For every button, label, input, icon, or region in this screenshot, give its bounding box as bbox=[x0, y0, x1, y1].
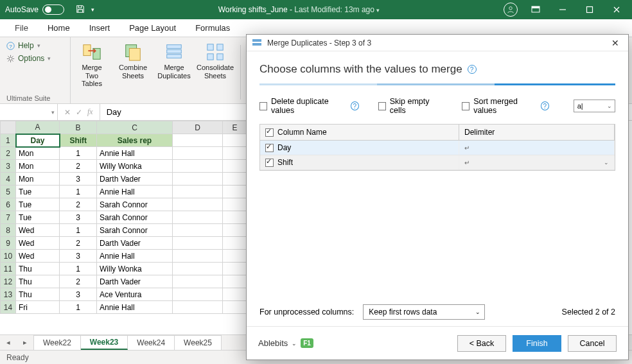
chevron-down-icon[interactable]: ⌄ bbox=[604, 159, 609, 166]
cell-D2[interactable] bbox=[173, 147, 223, 160]
cell-B9[interactable]: 2 bbox=[60, 237, 97, 250]
finish-button[interactable]: Finish bbox=[513, 335, 561, 352]
cell-E3[interactable] bbox=[223, 160, 247, 173]
account-icon[interactable] bbox=[504, 3, 518, 17]
dialog-titlebar[interactable]: Merge Duplicates - Step 3 of 3 ✕ bbox=[247, 35, 628, 51]
checkbox-skip-empty[interactable]: Skip empty cells bbox=[378, 97, 443, 115]
chevron-down-icon[interactable]: ▾ bbox=[51, 109, 55, 116]
cell-C10[interactable]: Annie Hall bbox=[97, 250, 173, 263]
cell-B10[interactable]: 3 bbox=[60, 250, 97, 263]
cell-A1[interactable]: Day bbox=[16, 134, 60, 147]
cell-A8[interactable]: Wed bbox=[16, 224, 60, 237]
cell-C6[interactable]: Sarah Connor bbox=[97, 198, 173, 211]
cell-C4[interactable]: Darth Vader bbox=[97, 173, 173, 186]
tab-formulas[interactable]: Formulas bbox=[186, 19, 240, 37]
sort-order-dropdown[interactable]: a| ⌄ bbox=[574, 100, 615, 112]
cell-C2[interactable]: Annie Hall bbox=[97, 147, 173, 160]
select-all-corner[interactable] bbox=[1, 121, 16, 134]
cell-C8[interactable]: Sarah Connor bbox=[97, 224, 173, 237]
help-icon[interactable]: ? bbox=[468, 65, 477, 74]
cell-E12[interactable] bbox=[223, 275, 247, 288]
sheet-nav-next[interactable]: ▸ bbox=[17, 335, 33, 350]
cancel-icon[interactable]: ✕ bbox=[64, 108, 71, 117]
row-header-9[interactable]: 9 bbox=[1, 237, 16, 250]
cell-B11[interactable]: 1 bbox=[60, 263, 97, 275]
row-header-1[interactable]: 1 bbox=[1, 134, 16, 147]
cell-D9[interactable] bbox=[173, 237, 223, 250]
maximize-icon[interactable] bbox=[581, 0, 599, 19]
col-header-E[interactable]: E bbox=[223, 121, 247, 134]
autosave-toggle[interactable]: AutoSave bbox=[0, 4, 69, 15]
cell-A7[interactable]: Tue bbox=[16, 211, 60, 224]
col-header-C[interactable]: C bbox=[97, 121, 173, 134]
checkbox-delete-dupes[interactable]: Delete duplicate values ? bbox=[259, 97, 359, 115]
cell-E13[interactable] bbox=[223, 288, 247, 301]
cell-E11[interactable] bbox=[223, 263, 247, 275]
cell-A3[interactable]: Mon bbox=[16, 160, 60, 173]
cell-B6[interactable]: 2 bbox=[60, 198, 97, 211]
cell-E5[interactable] bbox=[223, 186, 247, 198]
cell-C11[interactable]: Willy Wonka bbox=[97, 263, 173, 275]
cell-C3[interactable]: Willy Wonka bbox=[97, 160, 173, 173]
cell-D5[interactable] bbox=[173, 186, 223, 198]
tab-insert[interactable]: Insert bbox=[80, 19, 120, 37]
cell-D4[interactable] bbox=[173, 173, 223, 186]
cell-B8[interactable]: 1 bbox=[60, 224, 97, 237]
chevron-down-icon[interactable]: ▾ bbox=[376, 7, 380, 13]
col-header-B[interactable]: B bbox=[60, 121, 97, 134]
save-icon[interactable] bbox=[76, 4, 85, 15]
cell-B3[interactable]: 2 bbox=[60, 160, 97, 173]
sheet-tab-week24[interactable]: Week24 bbox=[128, 335, 175, 350]
cell-A13[interactable]: Thu bbox=[16, 288, 60, 301]
cell-B4[interactable]: 3 bbox=[60, 173, 97, 186]
cell-D14[interactable] bbox=[173, 301, 223, 314]
cell-E6[interactable] bbox=[223, 198, 247, 211]
sheet-tab-week25-cut[interactable]: Week25 bbox=[175, 335, 222, 350]
cell-B14[interactable]: 1 bbox=[60, 301, 97, 314]
row-header-8[interactable]: 8 bbox=[1, 224, 16, 237]
column-row-day[interactable]: Day ↵ bbox=[260, 141, 615, 155]
cell-E10[interactable] bbox=[223, 250, 247, 263]
tab-page-layout[interactable]: Page Layout bbox=[119, 19, 186, 37]
cell-E4[interactable] bbox=[223, 173, 247, 186]
fx-icon[interactable]: fx bbox=[87, 107, 93, 117]
brand-ablebits[interactable]: Ablebits⌄ F1 bbox=[258, 338, 313, 348]
cell-C13[interactable]: Ace Ventura bbox=[97, 288, 173, 301]
row-header-6[interactable]: 6 bbox=[1, 198, 16, 211]
row-header-13[interactable]: 13 bbox=[1, 288, 16, 301]
cell-D11[interactable] bbox=[173, 263, 223, 275]
row-header-14[interactable]: 14 bbox=[1, 301, 16, 314]
cell-B5[interactable]: 1 bbox=[60, 186, 97, 198]
dropdown-icon[interactable]: ▾ bbox=[91, 6, 94, 13]
help-icon[interactable]: ? bbox=[351, 101, 359, 110]
cell-A10[interactable]: Wed bbox=[16, 250, 60, 263]
cell-C14[interactable]: Annie Hall bbox=[97, 301, 173, 314]
consolidate-sheets-button[interactable]: Consolidate Sheets bbox=[197, 41, 234, 103]
sheet-nav-prev[interactable]: ◂ bbox=[0, 335, 17, 350]
options-button[interactable]: Options▾ bbox=[6, 54, 64, 63]
cell-C7[interactable]: Sarah Connor bbox=[97, 211, 173, 224]
cell-C1[interactable]: Sales rep bbox=[97, 134, 173, 147]
sheet-tab-week23[interactable]: Week23 bbox=[81, 335, 128, 350]
merge-two-tables-button[interactable]: Merge Two Tables bbox=[73, 41, 110, 103]
combine-sheets-button[interactable]: Combine Sheets bbox=[114, 41, 152, 103]
cancel-button[interactable]: Cancel bbox=[568, 335, 617, 352]
cell-B2[interactable]: 1 bbox=[60, 147, 97, 160]
ribbon-display-icon[interactable] bbox=[527, 0, 545, 19]
tab-home[interactable]: Home bbox=[38, 19, 80, 37]
cell-C12[interactable]: Darth Vader bbox=[97, 275, 173, 288]
cell-B13[interactable]: 3 bbox=[60, 288, 97, 301]
column-row-shift[interactable]: Shift ↵ ⌄ bbox=[260, 155, 615, 170]
cell-E7[interactable] bbox=[223, 211, 247, 224]
row-header-3[interactable]: 3 bbox=[1, 160, 16, 173]
minimize-icon[interactable] bbox=[554, 0, 572, 19]
cell-D10[interactable] bbox=[173, 250, 223, 263]
cell-E14[interactable] bbox=[223, 301, 247, 314]
sheet-tab-week22[interactable]: Week22 bbox=[34, 335, 81, 350]
help-icon[interactable]: ? bbox=[541, 101, 549, 110]
enter-icon[interactable]: ✓ bbox=[76, 108, 82, 117]
cell-E8[interactable] bbox=[223, 224, 247, 237]
cell-A11[interactable]: Thu bbox=[16, 263, 60, 275]
tab-file[interactable]: File bbox=[5, 19, 38, 37]
merge-duplicates-button[interactable]: Merge Duplicates bbox=[155, 41, 193, 103]
